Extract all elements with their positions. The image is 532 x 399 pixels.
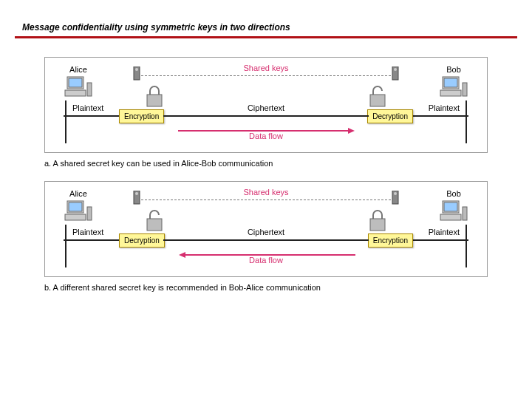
computer-icon xyxy=(64,75,93,98)
svg-point-9 xyxy=(135,68,138,71)
svg-rect-1 xyxy=(69,78,82,87)
plaintext-left-label: Plaintext xyxy=(72,228,103,236)
svg-rect-5 xyxy=(444,78,457,87)
key-icon xyxy=(132,66,141,83)
svg-rect-13 xyxy=(370,95,385,106)
key-icon xyxy=(391,191,400,207)
svg-rect-7 xyxy=(463,83,467,96)
ciphertext-label: Ciphertext xyxy=(248,228,284,236)
encryption-box: Encryption xyxy=(119,109,164,123)
alice-label: Alice xyxy=(56,65,100,74)
lock-closed-icon xyxy=(368,210,387,232)
decryption-box: Decryption xyxy=(119,233,165,248)
title-underline xyxy=(15,36,517,38)
diagram-panel-b: Alice Bob Shared keys xyxy=(44,181,488,277)
computer-icon xyxy=(439,200,468,222)
svg-rect-15 xyxy=(69,202,82,211)
panel-b-caption: b. A different shared secret key is reco… xyxy=(44,283,488,292)
svg-rect-6 xyxy=(440,90,461,96)
bob-label: Bob xyxy=(432,189,476,198)
key-icon xyxy=(132,191,141,207)
ciphertext-label: Ciphertext xyxy=(248,103,284,112)
plaintext-left-label: Plaintext xyxy=(72,103,103,112)
shared-keys-label: Shared keys xyxy=(243,188,288,197)
dataflow-label: Data flow xyxy=(249,256,283,265)
svg-rect-17 xyxy=(87,207,92,220)
svg-point-11 xyxy=(394,68,397,71)
lock-open-icon xyxy=(368,86,387,108)
svg-rect-2 xyxy=(65,90,86,96)
slide-title: Message confidentiality using symmetric … xyxy=(0,0,532,36)
encryption-box: Encryption xyxy=(368,233,413,248)
plaintext-right-label: Plaintext xyxy=(429,103,460,112)
computer-icon xyxy=(64,200,93,222)
svg-rect-20 xyxy=(440,214,461,220)
svg-rect-21 xyxy=(463,207,467,220)
diagram-panel-a: Alice Bob Shared keys xyxy=(44,57,488,153)
shared-keys-label: Shared keys xyxy=(243,64,288,72)
svg-rect-27 xyxy=(370,219,385,231)
decryption-box: Decryption xyxy=(367,109,413,123)
svg-rect-3 xyxy=(87,83,92,96)
alice-label: Alice xyxy=(56,189,100,198)
plaintext-right-label: Plaintext xyxy=(429,228,460,236)
svg-point-25 xyxy=(394,192,397,195)
lock-closed-icon xyxy=(145,86,164,108)
key-icon xyxy=(391,66,400,83)
svg-rect-16 xyxy=(65,214,86,220)
svg-rect-26 xyxy=(147,219,162,231)
svg-rect-12 xyxy=(147,95,162,106)
svg-point-23 xyxy=(135,192,138,195)
panel-a-caption: a. A shared secret key can be used in Al… xyxy=(44,159,488,168)
svg-rect-19 xyxy=(444,202,457,211)
lock-open-icon xyxy=(145,210,164,232)
computer-icon xyxy=(439,75,468,98)
bob-label: Bob xyxy=(432,65,476,74)
dataflow-label: Data flow xyxy=(249,132,283,140)
